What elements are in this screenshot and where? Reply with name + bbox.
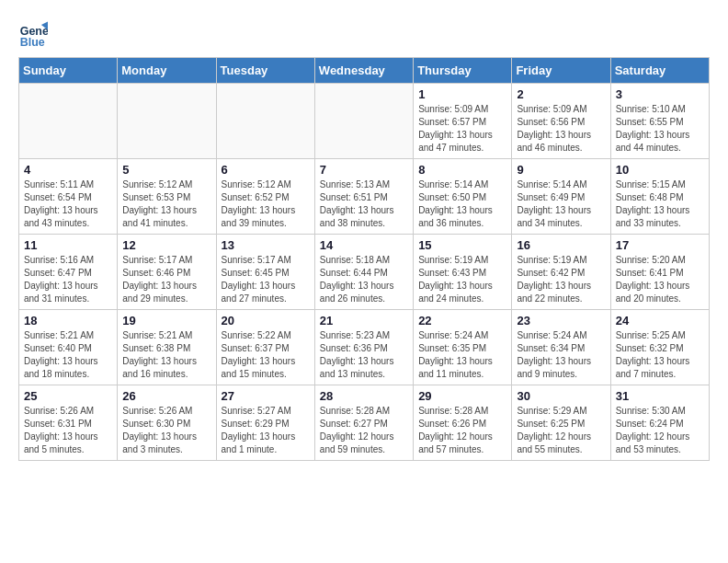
day-number: 18	[24, 314, 112, 327]
day-info: Sunrise: 5:27 AM Sunset: 6:29 PM Dayligh…	[222, 405, 310, 456]
day-info: Sunrise: 5:09 AM Sunset: 6:56 PM Dayligh…	[517, 103, 605, 155]
day-info: Sunrise: 5:14 AM Sunset: 6:49 PM Dayligh…	[517, 178, 605, 230]
calendar-day-cell: 20Sunrise: 5:22 AM Sunset: 6:37 PM Dayli…	[216, 310, 314, 385]
calendar-day-cell: 23Sunrise: 5:24 AM Sunset: 6:34 PM Dayli…	[512, 310, 610, 385]
calendar-day-cell	[314, 84, 413, 159]
calendar-header-row: SundayMondayTuesdayWednesdayThursdayFrid…	[19, 58, 710, 84]
day-number: 23	[517, 314, 605, 327]
calendar-week-row: 25Sunrise: 5:26 AM Sunset: 6:31 PM Dayli…	[19, 385, 710, 461]
day-info: Sunrise: 5:19 AM Sunset: 6:43 PM Dayligh…	[418, 254, 506, 305]
logo: General Blue	[18, 18, 48, 48]
weekday-header: Wednesday	[314, 58, 413, 84]
day-info: Sunrise: 5:23 AM Sunset: 6:36 PM Dayligh…	[320, 329, 408, 381]
calendar-day-cell: 13Sunrise: 5:17 AM Sunset: 6:45 PM Dayli…	[216, 235, 314, 310]
day-info: Sunrise: 5:22 AM Sunset: 6:37 PM Dayligh…	[222, 329, 310, 381]
calendar-day-cell	[216, 84, 314, 159]
day-number: 14	[320, 238, 408, 252]
day-number: 19	[122, 314, 210, 327]
weekday-header: Saturday	[610, 58, 709, 84]
calendar-day-cell: 31Sunrise: 5:30 AM Sunset: 6:24 PM Dayli…	[610, 385, 709, 461]
day-number: 28	[320, 389, 408, 403]
calendar-day-cell: 6Sunrise: 5:12 AM Sunset: 6:52 PM Daylig…	[216, 159, 314, 235]
calendar-day-cell: 19Sunrise: 5:21 AM Sunset: 6:38 PM Dayli…	[118, 310, 216, 385]
day-number: 25	[24, 389, 112, 403]
weekday-header: Monday	[118, 58, 216, 84]
day-info: Sunrise: 5:18 AM Sunset: 6:44 PM Dayligh…	[320, 254, 408, 305]
day-number: 26	[122, 389, 210, 403]
day-number: 13	[222, 238, 310, 252]
calendar-day-cell: 30Sunrise: 5:29 AM Sunset: 6:25 PM Dayli…	[512, 385, 610, 461]
weekday-header: Sunday	[19, 58, 118, 84]
calendar-day-cell: 24Sunrise: 5:25 AM Sunset: 6:32 PM Dayli…	[610, 310, 709, 385]
calendar-day-cell: 9Sunrise: 5:14 AM Sunset: 6:49 PM Daylig…	[512, 159, 610, 235]
day-number: 22	[418, 314, 506, 327]
calendar-day-cell: 5Sunrise: 5:12 AM Sunset: 6:53 PM Daylig…	[118, 159, 216, 235]
day-number: 12	[122, 238, 210, 252]
day-info: Sunrise: 5:24 AM Sunset: 6:35 PM Dayligh…	[418, 329, 506, 381]
weekday-header: Tuesday	[216, 58, 314, 84]
calendar-week-row: 1Sunrise: 5:09 AM Sunset: 6:57 PM Daylig…	[19, 84, 710, 159]
calendar-day-cell: 1Sunrise: 5:09 AM Sunset: 6:57 PM Daylig…	[414, 84, 512, 159]
day-info: Sunrise: 5:16 AM Sunset: 6:47 PM Dayligh…	[24, 254, 112, 305]
calendar-day-cell: 27Sunrise: 5:27 AM Sunset: 6:29 PM Dayli…	[216, 385, 314, 461]
day-info: Sunrise: 5:21 AM Sunset: 6:40 PM Dayligh…	[24, 329, 112, 381]
day-info: Sunrise: 5:17 AM Sunset: 6:46 PM Dayligh…	[122, 254, 210, 305]
calendar-day-cell: 14Sunrise: 5:18 AM Sunset: 6:44 PM Dayli…	[314, 235, 413, 310]
day-number: 10	[616, 163, 704, 177]
calendar-day-cell: 8Sunrise: 5:14 AM Sunset: 6:50 PM Daylig…	[414, 159, 512, 235]
day-info: Sunrise: 5:11 AM Sunset: 6:54 PM Dayligh…	[24, 178, 112, 230]
day-number: 29	[418, 389, 506, 403]
svg-text:Blue: Blue	[20, 36, 45, 48]
day-info: Sunrise: 5:13 AM Sunset: 6:51 PM Dayligh…	[320, 178, 408, 230]
day-info: Sunrise: 5:09 AM Sunset: 6:57 PM Dayligh…	[418, 103, 506, 155]
calendar-week-row: 18Sunrise: 5:21 AM Sunset: 6:40 PM Dayli…	[19, 310, 710, 385]
day-info: Sunrise: 5:14 AM Sunset: 6:50 PM Dayligh…	[418, 178, 506, 230]
day-number: 7	[320, 163, 408, 177]
day-info: Sunrise: 5:19 AM Sunset: 6:42 PM Dayligh…	[517, 254, 605, 305]
calendar-week-row: 11Sunrise: 5:16 AM Sunset: 6:47 PM Dayli…	[19, 235, 710, 310]
weekday-header: Thursday	[414, 58, 512, 84]
day-number: 2	[517, 87, 605, 101]
day-number: 8	[418, 163, 506, 177]
calendar-day-cell: 16Sunrise: 5:19 AM Sunset: 6:42 PM Dayli…	[512, 235, 610, 310]
day-info: Sunrise: 5:26 AM Sunset: 6:30 PM Dayligh…	[122, 405, 210, 456]
calendar-day-cell: 18Sunrise: 5:21 AM Sunset: 6:40 PM Dayli…	[19, 310, 118, 385]
day-info: Sunrise: 5:12 AM Sunset: 6:53 PM Dayligh…	[122, 178, 210, 230]
day-number: 20	[222, 314, 310, 327]
calendar-day-cell	[118, 84, 216, 159]
day-number: 4	[24, 163, 112, 177]
day-info: Sunrise: 5:21 AM Sunset: 6:38 PM Dayligh…	[122, 329, 210, 381]
day-info: Sunrise: 5:24 AM Sunset: 6:34 PM Dayligh…	[517, 329, 605, 381]
calendar-day-cell: 28Sunrise: 5:28 AM Sunset: 6:27 PM Dayli…	[314, 385, 413, 461]
day-info: Sunrise: 5:15 AM Sunset: 6:48 PM Dayligh…	[616, 178, 704, 230]
day-info: Sunrise: 5:28 AM Sunset: 6:26 PM Dayligh…	[418, 405, 506, 456]
day-info: Sunrise: 5:26 AM Sunset: 6:31 PM Dayligh…	[24, 405, 112, 456]
calendar-day-cell: 7Sunrise: 5:13 AM Sunset: 6:51 PM Daylig…	[314, 159, 413, 235]
day-info: Sunrise: 5:20 AM Sunset: 6:41 PM Dayligh…	[616, 254, 704, 305]
calendar-day-cell: 26Sunrise: 5:26 AM Sunset: 6:30 PM Dayli…	[118, 385, 216, 461]
day-number: 3	[616, 87, 704, 101]
logo-icon: General Blue	[18, 18, 48, 48]
page-header: General Blue	[18, 18, 710, 48]
calendar-day-cell: 4Sunrise: 5:11 AM Sunset: 6:54 PM Daylig…	[19, 159, 118, 235]
weekday-header: Friday	[512, 58, 610, 84]
calendar-day-cell: 3Sunrise: 5:10 AM Sunset: 6:55 PM Daylig…	[610, 84, 709, 159]
day-number: 6	[222, 163, 310, 177]
day-number: 9	[517, 163, 605, 177]
day-number: 21	[320, 314, 408, 327]
day-number: 24	[616, 314, 704, 327]
calendar-day-cell: 17Sunrise: 5:20 AM Sunset: 6:41 PM Dayli…	[610, 235, 709, 310]
day-info: Sunrise: 5:10 AM Sunset: 6:55 PM Dayligh…	[616, 103, 704, 155]
day-number: 17	[616, 238, 704, 252]
day-info: Sunrise: 5:12 AM Sunset: 6:52 PM Dayligh…	[222, 178, 310, 230]
day-number: 11	[24, 238, 112, 252]
calendar-day-cell: 25Sunrise: 5:26 AM Sunset: 6:31 PM Dayli…	[19, 385, 118, 461]
day-number: 30	[517, 389, 605, 403]
calendar-week-row: 4Sunrise: 5:11 AM Sunset: 6:54 PM Daylig…	[19, 159, 710, 235]
day-info: Sunrise: 5:30 AM Sunset: 6:24 PM Dayligh…	[616, 405, 704, 456]
day-number: 5	[122, 163, 210, 177]
day-number: 15	[418, 238, 506, 252]
calendar-day-cell: 10Sunrise: 5:15 AM Sunset: 6:48 PM Dayli…	[610, 159, 709, 235]
calendar-day-cell: 29Sunrise: 5:28 AM Sunset: 6:26 PM Dayli…	[414, 385, 512, 461]
calendar-day-cell: 12Sunrise: 5:17 AM Sunset: 6:46 PM Dayli…	[118, 235, 216, 310]
